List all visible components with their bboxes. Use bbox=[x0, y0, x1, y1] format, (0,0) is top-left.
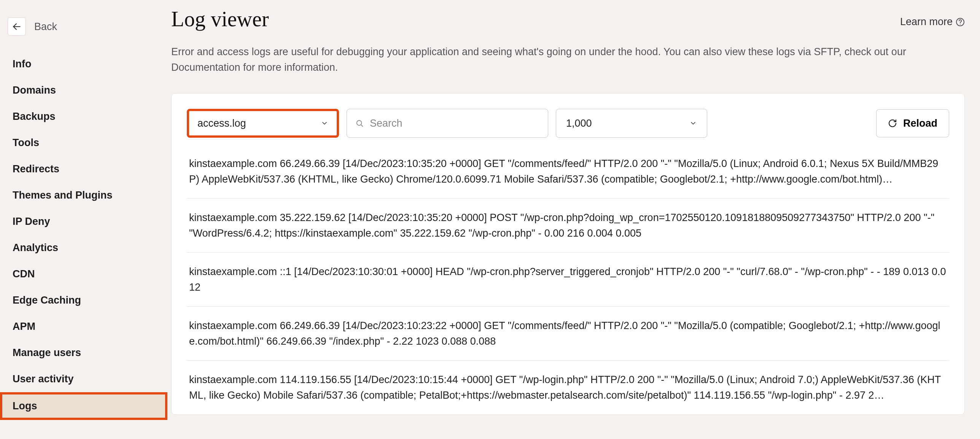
log-type-value: access.log bbox=[197, 118, 246, 129]
sidebar: Back InfoDomainsBackupsToolsRedirectsThe… bbox=[0, 0, 167, 439]
count-value: 1,000 bbox=[566, 118, 592, 129]
page-title: Log viewer bbox=[171, 7, 269, 31]
learn-more-link[interactable]: Learn more bbox=[900, 7, 965, 28]
sidebar-item-manage-users[interactable]: Manage users bbox=[0, 340, 167, 366]
log-card: access.log Search 1,000 Reload kinstaexa bbox=[171, 93, 965, 415]
log-entry[interactable]: kinstaexample.com 114.119.156.55 [14/Dec… bbox=[187, 360, 949, 414]
sidebar-nav: InfoDomainsBackupsToolsRedirectsThemes a… bbox=[0, 51, 167, 420]
search-icon bbox=[355, 119, 364, 127]
back-button[interactable]: Back bbox=[0, 12, 167, 51]
reload-button[interactable]: Reload bbox=[876, 109, 949, 137]
sidebar-item-backups[interactable]: Backups bbox=[0, 103, 167, 130]
sidebar-item-user-activity[interactable]: User activity bbox=[0, 366, 167, 392]
sidebar-item-cdn[interactable]: CDN bbox=[0, 261, 167, 287]
sidebar-item-logs[interactable]: Logs bbox=[0, 392, 167, 420]
log-list: kinstaexample.com 66.249.66.39 [14/Dec/2… bbox=[187, 154, 949, 414]
svg-point-2 bbox=[960, 24, 961, 24]
search-input[interactable]: Search bbox=[347, 109, 548, 138]
sidebar-item-ip-deny[interactable]: IP Deny bbox=[0, 208, 167, 235]
learn-more-label: Learn more bbox=[900, 16, 953, 28]
back-label: Back bbox=[34, 21, 57, 33]
page-description: Error and access logs are useful for deb… bbox=[171, 44, 965, 75]
chevron-down-icon bbox=[689, 119, 697, 127]
sidebar-item-domains[interactable]: Domains bbox=[0, 77, 167, 103]
help-icon bbox=[956, 17, 965, 27]
count-select[interactable]: 1,000 bbox=[556, 109, 707, 138]
log-entry[interactable]: kinstaexample.com 35.222.159.62 [14/Dec/… bbox=[187, 198, 949, 252]
reload-label: Reload bbox=[903, 118, 937, 129]
log-entry[interactable]: kinstaexample.com 66.249.66.39 [14/Dec/2… bbox=[187, 154, 949, 198]
sidebar-item-analytics[interactable]: Analytics bbox=[0, 235, 167, 261]
sidebar-item-redirects[interactable]: Redirects bbox=[0, 156, 167, 182]
sidebar-item-apm[interactable]: APM bbox=[0, 313, 167, 340]
controls-row: access.log Search 1,000 Reload bbox=[187, 109, 949, 138]
chevron-down-icon bbox=[321, 119, 328, 127]
reload-icon bbox=[888, 119, 897, 128]
log-entry[interactable]: kinstaexample.com ::1 [14/Dec/2023:10:30… bbox=[187, 252, 949, 306]
search-placeholder: Search bbox=[370, 118, 402, 129]
sidebar-item-edge-caching[interactable]: Edge Caching bbox=[0, 287, 167, 313]
sidebar-item-tools[interactable]: Tools bbox=[0, 130, 167, 156]
sidebar-item-themes-and-plugins[interactable]: Themes and Plugins bbox=[0, 182, 167, 208]
sidebar-item-info[interactable]: Info bbox=[0, 51, 167, 77]
log-entry[interactable]: kinstaexample.com 66.249.66.39 [14/Dec/2… bbox=[187, 306, 949, 360]
back-arrow-icon bbox=[8, 17, 26, 36]
log-type-select[interactable]: access.log bbox=[187, 109, 339, 138]
svg-line-4 bbox=[361, 125, 363, 126]
main-content: Log viewer Learn more Error and access l… bbox=[167, 0, 980, 439]
